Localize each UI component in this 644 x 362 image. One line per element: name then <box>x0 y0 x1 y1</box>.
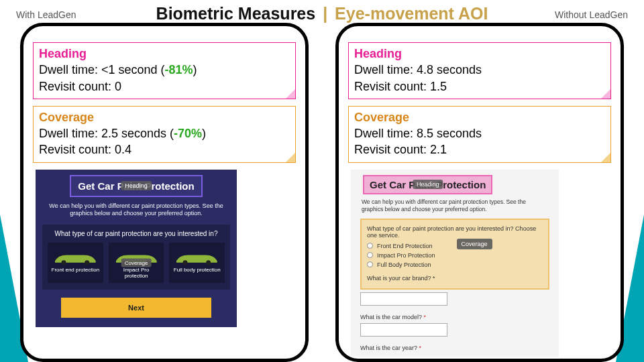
car-model-input[interactable] <box>360 323 447 337</box>
required-asterisk: * <box>419 345 422 351</box>
aoi-badge-heading: Heading <box>121 181 152 190</box>
note-heading-revisit: Revisit count: 1.5 <box>354 78 605 95</box>
q-text: What is your car brand? <box>367 275 431 282</box>
option-front-end[interactable]: Front end protection <box>48 243 103 283</box>
preview-options-panel: What type of car paint protection are yo… <box>42 225 230 290</box>
dwell-delta: -70% <box>174 127 202 140</box>
page-title: Biometric Measures | Eye-movement AOI <box>156 4 488 23</box>
svg-point-0 <box>62 260 66 265</box>
next-button[interactable]: Next <box>61 298 211 318</box>
option-full-body[interactable]: Full Body Protection <box>367 261 543 268</box>
note-corner-icon <box>601 153 610 162</box>
note-heading-dwell: Dwell time: 4.8 seconds <box>354 62 605 78</box>
note-coverage-label: Coverage <box>39 109 290 125</box>
dwell-pre: Dwell time: 2.5 seconds ( <box>39 127 174 140</box>
note-coverage-revisit: Revisit count: 0.4 <box>39 141 290 158</box>
required-asterisk: * <box>424 314 427 320</box>
note-corner-icon <box>286 153 295 162</box>
option-label: Full Body Protection <box>377 261 431 268</box>
car-brand-input[interactable] <box>360 292 447 306</box>
note-heading-label: Heading <box>354 46 605 62</box>
note-heading-left: Heading Dwell time: <1 second (-81%) Rev… <box>33 42 296 99</box>
question-car-year: What is the car year? * <box>360 345 549 351</box>
note-corner-icon <box>601 89 610 99</box>
aoi-badge-coverage: Coverage <box>121 259 152 267</box>
preview-subtitle: We can help you with different car paint… <box>46 202 226 218</box>
dwell-delta: -81% <box>165 63 193 76</box>
radio-icon <box>367 252 373 258</box>
radio-icon <box>367 261 373 267</box>
question-car-brand: What is your car brand? * <box>367 275 543 282</box>
option-label: Impact Pro Protection <box>377 252 435 259</box>
option-full-body[interactable]: Full body protection <box>169 243 225 283</box>
radio-icon <box>367 243 373 249</box>
title-part-b: Eye-movement AOI <box>335 4 488 23</box>
title-separator: | <box>323 4 327 23</box>
aoi-coverage-region: What type of car paint protection are yo… <box>360 219 549 290</box>
note-heading-revisit: Revisit count: 0 <box>39 78 290 95</box>
note-heading-label: Heading <box>39 46 290 62</box>
note-coverage-label: Coverage <box>354 109 605 125</box>
tablet-with-leadgen: Heading Dwell time: <1 second (-81%) Rev… <box>20 23 309 362</box>
preview-subtitle: We can help you with different car paint… <box>362 198 548 213</box>
option-label: Full body protection <box>172 267 222 273</box>
required-asterisk: * <box>433 275 435 282</box>
dwell-post: ) <box>202 127 206 140</box>
dwell-pre: Dwell time: <1 second ( <box>39 63 165 76</box>
preview-question: What type of car paint protection are yo… <box>367 225 543 239</box>
note-coverage-left: Coverage Dwell time: 2.5 seconds (-70%) … <box>33 106 296 163</box>
svg-point-4 <box>183 260 188 265</box>
tablet-without-leadgen: Heading Dwell time: 4.8 seconds Revisit … <box>335 23 624 362</box>
car-icon <box>50 248 101 265</box>
preview-plain-form: Get Car Paint Protection Heading We can … <box>351 170 559 357</box>
note-coverage-right: Coverage Dwell time: 8.5 seconds Revisit… <box>348 106 611 163</box>
svg-point-1 <box>85 260 89 265</box>
note-coverage-dwell: Dwell time: 2.5 seconds (-70%) <box>39 125 290 141</box>
note-coverage-revisit: Revisit count: 2.1 <box>354 141 605 158</box>
aoi-badge-heading: Heading <box>413 180 443 189</box>
option-label: Front End Protection <box>377 243 433 249</box>
car-icon <box>172 248 222 265</box>
note-heading-dwell: Dwell time: <1 second (-81%) <box>39 62 290 78</box>
option-label: Front end protection <box>50 267 101 273</box>
note-coverage-dwell: Dwell time: 8.5 seconds <box>354 125 605 141</box>
option-front-end[interactable]: Front End Protection <box>367 243 543 249</box>
preview-leadgen-form: Get Car Paint Protection Heading We can … <box>36 170 237 327</box>
option-label: Impact Pro protection <box>111 267 162 279</box>
q-text: What is the car year? <box>360 345 417 351</box>
question-car-model: What is the car model? * <box>360 314 549 320</box>
aoi-badge-coverage: Coverage <box>457 239 492 249</box>
title-part-a: Biometric Measures <box>156 4 316 23</box>
svg-point-5 <box>207 260 211 265</box>
option-impact-pro[interactable]: Coverage Impact Pro protection <box>109 243 164 283</box>
dwell-post: ) <box>193 63 197 76</box>
note-corner-icon <box>286 89 295 99</box>
q-text: What is the car model? <box>360 314 422 320</box>
option-impact-pro[interactable]: Impact Pro Protection <box>367 252 543 259</box>
preview-question: What type of car paint protection are yo… <box>48 230 225 237</box>
note-heading-right: Heading Dwell time: 4.8 seconds Revisit … <box>348 42 611 99</box>
